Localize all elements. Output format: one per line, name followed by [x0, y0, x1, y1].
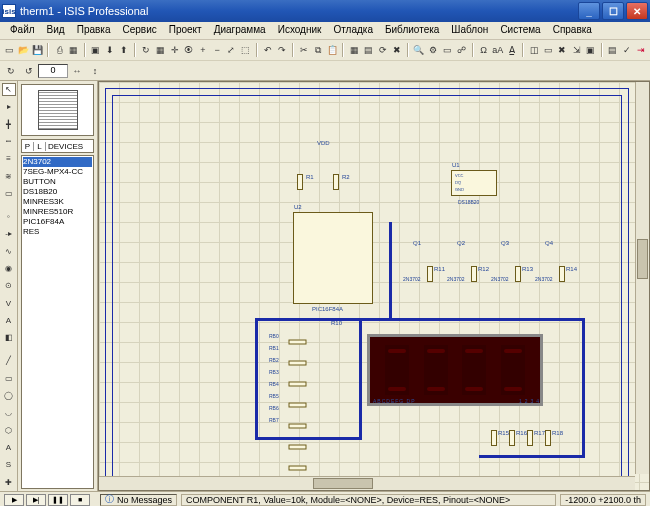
resistor-r2[interactable]: [333, 174, 339, 190]
zoom-area-icon[interactable]: ⬚: [238, 42, 252, 58]
remove-sheet-icon[interactable]: ✖: [555, 42, 569, 58]
junction-mode-icon[interactable]: ╋: [2, 118, 16, 131]
line2d-icon[interactable]: ╱: [2, 354, 16, 367]
cut-icon[interactable]: ✂: [297, 42, 311, 58]
resistor-r14[interactable]: [559, 266, 565, 282]
picker-p-button[interactable]: P: [22, 142, 34, 151]
make-device-icon[interactable]: ⚙: [426, 42, 440, 58]
resistor-r12[interactable]: [471, 266, 477, 282]
currentprobe-mode-icon[interactable]: A: [2, 314, 16, 327]
bom-icon[interactable]: ▤: [606, 42, 620, 58]
new-file-icon[interactable]: ▭: [2, 42, 16, 58]
device-item[interactable]: RES: [23, 227, 92, 237]
zoom-all-icon[interactable]: ⤢: [224, 42, 238, 58]
instruments-mode-icon[interactable]: ◧: [2, 331, 16, 344]
terminal-mode-icon[interactable]: ◦: [2, 210, 16, 223]
menu-view[interactable]: Вид: [41, 22, 71, 39]
tape-mode-icon[interactable]: ◉: [2, 262, 16, 275]
netlist-ares-icon[interactable]: ⇥: [634, 42, 648, 58]
resistor-r16[interactable]: [509, 430, 515, 446]
devicepin-mode-icon[interactable]: -▸: [2, 227, 16, 240]
copy-icon[interactable]: ⧉: [311, 42, 325, 58]
resistor-r3[interactable]: [289, 340, 307, 345]
voltageprobe-mode-icon[interactable]: V: [2, 297, 16, 310]
resistor-r15[interactable]: [491, 430, 497, 446]
pause-button[interactable]: ❚❚: [48, 494, 68, 506]
resistor-r5[interactable]: [289, 382, 307, 387]
property-assign-icon[interactable]: A̲: [505, 42, 519, 58]
horizontal-scrollbar[interactable]: [99, 476, 635, 490]
origin-icon[interactable]: ✛: [168, 42, 182, 58]
resistor-r6[interactable]: [289, 403, 307, 408]
menu-library[interactable]: Библиотека: [379, 22, 445, 39]
erc-icon[interactable]: ✓: [620, 42, 634, 58]
graph-mode-icon[interactable]: ∿: [2, 245, 16, 258]
menu-diagram[interactable]: Диаграмма: [208, 22, 272, 39]
symbol2d-icon[interactable]: S: [2, 458, 16, 471]
device-item[interactable]: PIC16F84A: [23, 217, 92, 227]
circle2d-icon[interactable]: ◯: [2, 389, 16, 402]
picker-l-button[interactable]: L: [34, 142, 46, 151]
maximize-button[interactable]: ☐: [602, 2, 624, 20]
sevenseg-display[interactable]: [367, 334, 543, 406]
overview-preview[interactable]: [21, 84, 94, 136]
resistor-r8[interactable]: [289, 445, 307, 450]
rotate-cw-icon[interactable]: ↻: [2, 63, 20, 79]
step-button[interactable]: ▶|: [26, 494, 46, 506]
pan-center-icon[interactable]: ⦿: [182, 42, 196, 58]
import-icon[interactable]: ⬇: [103, 42, 117, 58]
wire-autorouter-icon[interactable]: Ω: [477, 42, 491, 58]
print-icon[interactable]: ⎙: [52, 42, 66, 58]
vertical-scrollbar[interactable]: [635, 82, 649, 474]
arc2d-icon[interactable]: ◡: [2, 406, 16, 419]
wirelabel-mode-icon[interactable]: ┉: [2, 135, 16, 148]
rotate-ccw-icon[interactable]: ↺: [20, 63, 38, 79]
refresh-icon[interactable]: ↻: [139, 42, 153, 58]
pick-parts-icon[interactable]: 🔍: [412, 42, 426, 58]
resistor-r1[interactable]: [297, 174, 303, 190]
save-file-icon[interactable]: 💾: [30, 42, 44, 58]
stop-button[interactable]: ■: [70, 494, 90, 506]
minimize-button[interactable]: _: [578, 2, 600, 20]
menu-edit[interactable]: Правка: [71, 22, 117, 39]
menu-source[interactable]: Исходник: [272, 22, 328, 39]
flip-v-icon[interactable]: ↕: [86, 63, 104, 79]
device-item[interactable]: BUTTON: [23, 177, 92, 187]
zoom-sheet-icon[interactable]: ▣: [584, 42, 598, 58]
design-explorer-icon[interactable]: ◫: [527, 42, 541, 58]
resistor-r18[interactable]: [545, 430, 551, 446]
device-item[interactable]: MINRES3K: [23, 197, 92, 207]
ic-u1[interactable]: U1 VCC DQ GND DS18B20: [451, 170, 497, 196]
textscript-mode-icon[interactable]: ≡: [2, 152, 16, 165]
block-copy-icon[interactable]: ▦: [347, 42, 361, 58]
save-image-icon[interactable]: ▣: [89, 42, 103, 58]
new-sheet-icon[interactable]: ▭: [541, 42, 555, 58]
menu-template[interactable]: Шаблон: [445, 22, 494, 39]
component-mode-icon[interactable]: ▸: [2, 100, 16, 113]
menu-debug[interactable]: Отладка: [327, 22, 379, 39]
zoom-out-icon[interactable]: −: [210, 42, 224, 58]
resistor-r13[interactable]: [515, 266, 521, 282]
play-button[interactable]: ▶: [4, 494, 24, 506]
device-item[interactable]: 7SEG-MPX4-CC: [23, 167, 92, 177]
generator-mode-icon[interactable]: ⊙: [2, 279, 16, 292]
paste-icon[interactable]: 📋: [325, 42, 339, 58]
status-message[interactable]: No Messages: [117, 495, 172, 505]
block-rotate-icon[interactable]: ⟳: [376, 42, 390, 58]
selection-mode-icon[interactable]: ↖: [2, 83, 16, 96]
resistor-r4[interactable]: [289, 361, 307, 366]
menu-project[interactable]: Проект: [163, 22, 208, 39]
goto-sheet-icon[interactable]: ⇲: [569, 42, 583, 58]
flip-h-icon[interactable]: ↔: [68, 63, 86, 79]
schematic-canvas[interactable]: VDD R1 R2 U1 VCC DQ GND DS18B20 U2 PIC16…: [99, 82, 649, 490]
search-tag-icon[interactable]: aA: [491, 42, 505, 58]
ic-u2[interactable]: U2 PIC16F84A: [293, 212, 373, 304]
grid-icon[interactable]: ▦: [153, 42, 167, 58]
redo-icon[interactable]: ↷: [275, 42, 289, 58]
bus-mode-icon[interactable]: ≋: [2, 170, 16, 183]
angle-field[interactable]: 0: [38, 64, 68, 78]
box2d-icon[interactable]: ▭: [2, 372, 16, 385]
resistor-r17[interactable]: [527, 430, 533, 446]
marker2d-icon[interactable]: ✚: [2, 476, 16, 489]
menu-system[interactable]: Система: [494, 22, 546, 39]
